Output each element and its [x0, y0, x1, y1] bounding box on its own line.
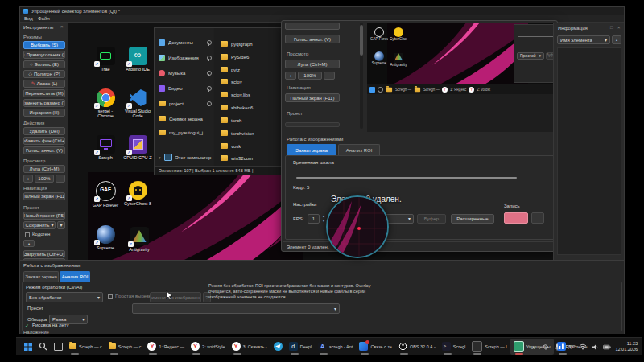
record-button[interactable] [504, 212, 528, 224]
voice-annotation-button[interactable]: Голос. аннот. (V) [285, 35, 340, 43]
mode-polygon-button[interactable]: ◇Полигон (P) [23, 70, 65, 78]
mode-rectangle-button[interactable]: ▭Прямоугольник (R) [23, 51, 65, 59]
tab-roi-analysis[interactable]: Анализ ROI [60, 271, 90, 282]
explorer-nav-screenshots[interactable]: Снимки экрана [159, 116, 212, 121]
taskbar-item-yandex1[interactable]: Y 1: Яндекс — [144, 339, 188, 355]
processing-mode-dropdown[interactable]: Без обработки▾ [26, 292, 103, 302]
taskbar-item-folder1[interactable]: Screph — с [66, 339, 105, 355]
tab-screen-capture[interactable]: Захват экрана [287, 144, 336, 155]
explorer-nav-music[interactable]: Музыка [159, 70, 212, 76]
desktop-icon-arduino[interactable]: ∞ ↗ Arduino IDE [120, 47, 155, 72]
desktop-icon-vscode[interactable]: ↗ Visual Studio Code [120, 88, 155, 119]
advanced-button[interactable]: Расширенные [451, 214, 494, 224]
microphone-icon[interactable] [553, 343, 561, 351]
search-icon[interactable] [378, 87, 383, 93]
tray-chevron-up-icon[interactable]: ∧ [529, 343, 537, 351]
sync-icon[interactable] [541, 343, 549, 351]
info-list-area[interactable] [557, 47, 621, 255]
taskbar-item-telegram[interactable] [270, 339, 286, 355]
zoom-in-button[interactable]: + [23, 175, 33, 183]
menu-view[interactable]: Вид [24, 16, 33, 21]
taskbar-item-yandex2[interactable]: Y 2: voidStyle [188, 339, 228, 355]
record-stop-button[interactable] [531, 212, 544, 224]
fullscreen-button[interactable]: Полный экран (F11) [23, 192, 65, 200]
battery-icon[interactable] [603, 343, 611, 351]
wifi-icon[interactable] [579, 343, 587, 351]
taskbar-item-deepl[interactable]: d Deepl [286, 339, 315, 355]
desktop-icon-chrome[interactable]: ↗ sergei - Chrome [88, 88, 123, 119]
timeline-slider[interactable] [296, 177, 517, 179]
fps-spinbox[interactable]: 1 [308, 214, 320, 224]
buffer-button[interactable]: Буфер [417, 214, 446, 224]
taskbar-item-yandex3[interactable]: Y 3: Скачать - [229, 339, 270, 355]
tab-roi-analysis[interactable]: Анализ ROI [338, 144, 380, 155]
mode-ellipse-button[interactable]: ○Эллипс (E) [23, 60, 65, 68]
apply-to-image-button[interactable]: Применить к изображению [150, 292, 201, 302]
load-button[interactable]: Загрузить (Ctrl+O) [23, 250, 65, 257]
magnifier-button[interactable]: Лупа (Ctrl+M) [23, 165, 65, 173]
desktop-icon-supreme[interactable]: ↗ Supreme [88, 225, 123, 250]
titlebar[interactable]: Упрощенный селектор элементов (Qt) * [20, 7, 624, 15]
language-indicator[interactable]: РУС [565, 344, 575, 349]
new-project-button[interactable]: Новый проект (F5) [23, 212, 65, 220]
codegen-lock-button[interactable]: • [23, 240, 35, 247]
codegen-checkbox[interactable] [25, 232, 30, 237]
mode-lasso-button[interactable]: ✎Лассо (L) [23, 80, 65, 88]
taskbar-task-view-button[interactable] [51, 339, 66, 355]
simple-cut-checkbox[interactable] [108, 294, 113, 299]
explorer-nav-pictures[interactable]: Изображения [159, 55, 212, 61]
delete-button[interactable]: Удалить (Del) [23, 127, 65, 135]
desktop-icon-gap-forever[interactable]: GAF ↗ GAP Forever [88, 181, 123, 208]
tab-screen-capture[interactable]: Захват экрана [23, 271, 59, 282]
taskbar-item-terminal[interactable]: >_ Scregl [439, 339, 469, 355]
splitter-handle[interactable]: ⋯ [285, 122, 340, 127]
yandex-icon[interactable]: Y [469, 87, 474, 93]
element-name-field[interactable]: Имя элемента▾ [557, 35, 610, 44]
yandex-icon[interactable]: Y [442, 87, 448, 93]
mini-mode-dropdown[interactable]: Простой▾ [517, 52, 544, 60]
mode-hierarchy-button[interactable]: Иерархия (H) [23, 109, 65, 117]
taskbar-item-window[interactable]: Screph — I [469, 339, 510, 355]
capture-window[interactable]: Голос. аннот. (V) Просмотр Лупа (Ctrl+M)… [281, 20, 558, 252]
zoom-out-button[interactable]: − [324, 72, 335, 80]
close-icon[interactable]: × [617, 25, 621, 30]
desktop-icon-screph[interactable]: ↗ Screph [88, 135, 123, 160]
preset-dropdown[interactable]: ▾ [132, 303, 340, 314]
start-icon[interactable] [369, 87, 375, 93]
zoom-value-button[interactable]: 100% [35, 175, 54, 183]
desktop-icon-trae[interactable]: ↗ Trae [88, 47, 123, 72]
mode-resize-button[interactable]: Изменить размер (T) [23, 99, 65, 107]
explorer-nav-pyautogui[interactable]: my_pyautogui_j [159, 130, 212, 135]
taskbar-item-folder2[interactable]: Screph — с [105, 339, 145, 355]
taskbar-start-button[interactable] [21, 339, 35, 355]
float-icon[interactable]: □ [610, 25, 613, 30]
taskbar-item-obs[interactable]: OBS 32.0.4 - [395, 339, 439, 355]
clock[interactable]: 11:23 12.01.2026 [615, 341, 639, 352]
menu-file[interactable]: Файл [38, 16, 50, 21]
scrollbar-track[interactable] [360, 23, 363, 129]
voice-annotation-button[interactable]: Голос. аннот. (V) [23, 146, 65, 154]
desktop-icon-antigravity[interactable]: ↗ Antigravity [122, 227, 157, 252]
dock-close-icon[interactable]: × [60, 24, 64, 29]
zoom-out-button[interactable]: − [56, 175, 65, 183]
taskbar-item-antigravity[interactable]: A scregh - Ant [315, 339, 356, 355]
folder-icon[interactable] [386, 87, 392, 92]
taskbar-item-phone-link[interactable]: Связь с те [356, 339, 395, 355]
fullscreen-button[interactable]: Полный экран (F11) [285, 93, 340, 102]
volume-icon[interactable] [591, 343, 599, 351]
add-background-button[interactable]: Добавить фон (Ctrl+A) [23, 137, 65, 145]
save-options-button[interactable]: ▾ [57, 221, 65, 229]
folder-icon[interactable] [415, 87, 420, 92]
desktop-icon-cpuz[interactable]: ↗ CPUID CPU-Z [120, 135, 155, 160]
scrollbar-thumb[interactable] [360, 25, 363, 56]
explorer-nav-documents[interactable]: Документы [159, 39, 212, 46]
explorer-nav-project[interactable]: project [159, 101, 212, 106]
explorer-nav-videos[interactable]: Видео [159, 85, 212, 92]
element-id-button[interactable]: • [612, 35, 621, 44]
mode-move-button[interactable]: Переместить (M) [23, 89, 65, 97]
save-button[interactable]: Сохранить▾ [23, 221, 56, 229]
explorer-nav-this-pc[interactable]: ▾ Этот компьютер [159, 154, 212, 161]
taskbar-search-button[interactable] [35, 339, 51, 355]
zoom-in-button[interactable]: + [285, 72, 296, 80]
zoom-value-button[interactable]: 100% [298, 72, 322, 80]
